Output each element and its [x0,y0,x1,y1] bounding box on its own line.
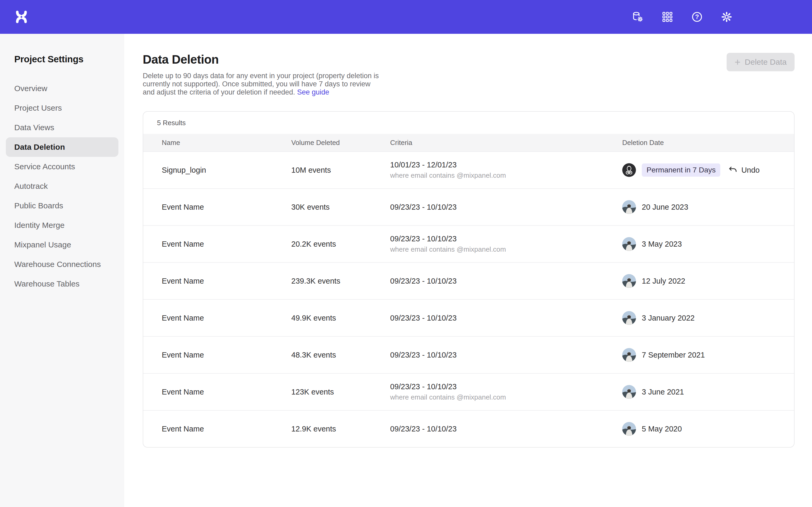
row-criteria: 09/23/23 - 10/10/23 where email contains… [390,382,622,401]
row-volume: 48.3K events [291,351,390,359]
column-header-name: Name [162,138,291,147]
table-row: Event Name 12.9K events 09/23/23 - 10/10… [143,410,794,447]
user-avatar-photo [622,200,636,214]
sidebar-item-label: Data Views [14,123,54,132]
row-criteria: 10/01/23 - 12/01/23 where email contains… [390,161,622,180]
row-deletion-date-cell: Permanent in 7 Days Undo [622,163,775,177]
row-criteria: 09/23/23 - 10/10/23 [390,351,622,359]
user-avatar-photo [622,422,636,436]
sidebar-item-identity-merge[interactable]: Identity Merge [6,216,118,235]
help-icon[interactable]: ? [691,11,703,23]
see-guide-link[interactable]: See guide [297,88,329,96]
sidebar-item-service-accounts[interactable]: Service Accounts [6,157,118,176]
undo-button[interactable]: Undo [728,165,760,175]
table-row: Event Name 49.9K events 09/23/23 - 10/10… [143,299,794,336]
sidebar-item-label: Data Deletion [14,143,65,152]
deletion-date-text: 3 June 2021 [642,388,684,396]
data-management-icon[interactable] [632,11,644,23]
sidebar-title: Project Settings [0,54,124,64]
row-criteria-range: 09/23/23 - 10/10/23 [390,314,622,323]
row-deletion-date-cell: 3 January 2022 [622,311,775,325]
row-criteria-filter: where email contains @mixpanel.com [390,393,622,401]
row-criteria-range: 09/23/23 - 10/10/23 [390,277,622,285]
row-name: Event Name [162,425,291,433]
sidebar-item-autotrack[interactable]: Autotrack [6,176,118,196]
deletion-status-badge: Permanent in 7 Days [642,163,720,177]
row-criteria-range: 09/23/23 - 10/10/23 [390,425,622,433]
sidebar-item-warehouse-connections[interactable]: Warehouse Connections [6,255,118,274]
results-count: 5 Results [143,112,794,134]
sidebar-item-label: Warehouse Connections [14,260,101,269]
sidebar-item-label: Warehouse Tables [14,279,80,288]
user-avatar-photo [622,237,636,251]
svg-text:?: ? [695,13,699,20]
row-deletion-date-cell: 3 June 2021 [622,385,775,399]
row-criteria-filter: where email contains @mixpanel.com [390,245,622,253]
deletion-date-text: 5 May 2020 [642,425,682,433]
sidebar-item-label: Mixpanel Usage [14,240,71,249]
user-avatar-photo [622,274,636,288]
page-header: Data Deletion Delete up to 90 days data … [143,52,795,96]
page-description-text: Delete up to 90 days data for any event … [143,72,379,96]
mixpanel-logo[interactable] [15,10,28,23]
undo-button-label: Undo [742,166,760,175]
sidebar-item-data-deletion[interactable]: Data Deletion [6,137,118,157]
sidebar-item-mixpanel-usage[interactable]: Mixpanel Usage [6,235,118,255]
deletion-table-card: 5 Results Name Volume Deleted Criteria D… [143,111,795,448]
topbar-icon-group: ? [632,11,733,23]
table-row: Event Name 20.2K events 09/23/23 - 10/10… [143,225,794,262]
row-criteria-filter: where email contains @mixpanel.com [390,171,622,180]
user-avatar-photo [622,385,636,399]
deletion-date-text: 20 June 2023 [642,203,688,212]
user-avatar-photo [622,348,636,362]
row-volume: 10M events [291,166,390,175]
row-name: Event Name [162,314,291,323]
row-criteria-range: 10/01/23 - 12/01/23 [390,161,622,169]
row-volume: 49.9K events [291,314,390,323]
sidebar-item-label: Project Users [14,104,62,112]
column-header-criteria: Criteria [390,138,622,147]
row-name: Signup_login [162,166,291,175]
table-body: Signup_login 10M events 10/01/23 - 12/01… [143,151,794,447]
sidebar-item-label: Service Accounts [14,162,75,171]
row-deletion-date-cell: 7 September 2021 [622,348,775,362]
plus-icon: + [734,57,741,67]
page-header-text: Data Deletion Delete up to 90 days data … [143,52,382,96]
row-criteria-range: 09/23/23 - 10/10/23 [390,382,622,391]
sidebar-item-overview[interactable]: Overview [6,79,118,98]
deletion-date-text: 3 May 2023 [642,240,682,248]
sidebar-item-label: Identity Merge [14,221,64,230]
row-criteria-range: 09/23/23 - 10/10/23 [390,203,622,212]
apps-grid-icon[interactable] [661,11,673,23]
row-name: Event Name [162,388,291,396]
table-row: Event Name 123K events 09/23/23 - 10/10/… [143,373,794,410]
row-name: Event Name [162,277,291,285]
row-volume: 239.3K events [291,277,390,285]
row-volume: 12.9K events [291,425,390,433]
column-header-volume: Volume Deleted [291,138,390,147]
sidebar-item-data-views[interactable]: Data Views [6,118,118,137]
sidebar-item-warehouse-tables[interactable]: Warehouse Tables [6,274,118,294]
sidebar-item-project-users[interactable]: Project Users [6,98,118,118]
row-volume: 30K events [291,203,390,212]
sidebar-item-label: Public Boards [14,201,63,210]
table-header-row: Name Volume Deleted Criteria Deletion Da… [143,134,794,151]
table-row: Event Name 30K events 09/23/23 - 10/10/2… [143,188,794,225]
sidebar: Project Settings Overview Project Users … [0,34,124,507]
table-row: Event Name 239.3K events 09/23/23 - 10/1… [143,262,794,299]
table-row: Event Name 48.3K events 09/23/23 - 10/10… [143,336,794,373]
table-row: Signup_login 10M events 10/01/23 - 12/01… [143,151,794,188]
row-criteria: 09/23/23 - 10/10/23 where email contains… [390,234,622,253]
row-volume: 20.2K events [291,240,390,248]
topbar: ? [0,0,812,34]
deletion-date-text: 3 January 2022 [642,314,695,323]
row-criteria: 09/23/23 - 10/10/23 [390,277,622,285]
main-content: Data Deletion Delete up to 90 days data … [124,34,812,507]
row-volume: 123K events [291,388,390,396]
sidebar-item-public-boards[interactable]: Public Boards [6,196,118,216]
row-name: Event Name [162,203,291,212]
row-criteria-range: 09/23/23 - 10/10/23 [390,234,622,243]
settings-gear-icon[interactable] [720,11,733,23]
row-criteria: 09/23/23 - 10/10/23 [390,425,622,433]
delete-data-button[interactable]: + Delete Data [727,53,795,71]
